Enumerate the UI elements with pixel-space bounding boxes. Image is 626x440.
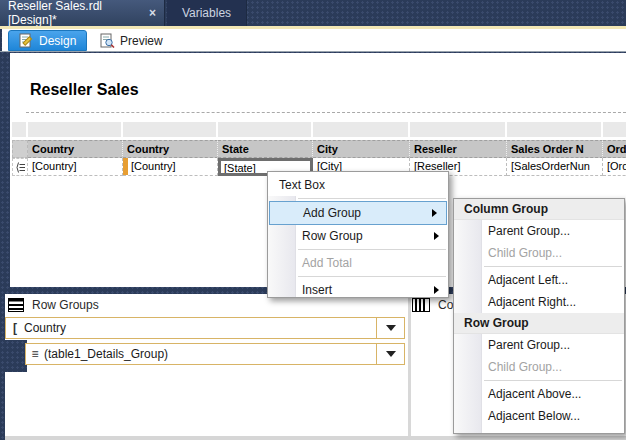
row-groups-icon — [8, 298, 24, 312]
menu-separator — [298, 249, 446, 250]
submenu-item-child-group-column: Child Group... — [454, 242, 624, 264]
submenu-header-row-group: Row Group — [454, 313, 624, 334]
header-cell[interactable]: Country — [28, 140, 123, 158]
column-handle[interactable] — [28, 122, 121, 137]
details-group-icon: ≡ — [26, 347, 44, 361]
row-handle-details[interactable] — [12, 158, 28, 176]
close-icon[interactable]: × — [149, 6, 156, 20]
menu-separator — [298, 276, 446, 277]
submenu-item-parent-group-row[interactable]: Parent Group... — [454, 334, 624, 356]
submenu-arrow-icon — [432, 209, 437, 217]
preview-tab-label: Preview — [120, 34, 163, 48]
row-groups-header: Row Groups — [8, 296, 99, 314]
title-textbox-boundary — [26, 112, 626, 113]
column-handle[interactable] — [507, 122, 601, 137]
submenu-item-adjacent-below[interactable]: Adjacent Below... — [454, 405, 624, 427]
menu-separator — [484, 266, 622, 267]
group-bracket-icon: [ — [6, 321, 24, 335]
menu-item-row-group[interactable]: Row Group — [268, 225, 448, 247]
menu-item-label: Add Group — [303, 206, 361, 220]
indent-background — [5, 340, 27, 372]
menu-separator — [298, 198, 446, 199]
header-cell[interactable]: State — [218, 140, 313, 158]
chevron-down-icon — [386, 325, 396, 331]
group-label: (table1_Details_Group) — [44, 347, 376, 361]
column-handle[interactable] — [603, 122, 626, 137]
grouping-pane-splitter[interactable] — [408, 294, 411, 436]
submenu-arrow-icon — [434, 286, 439, 294]
group-indicator-bar — [123, 158, 128, 175]
menu-separator — [484, 380, 622, 381]
tab-preview[interactable]: Preview — [90, 30, 173, 51]
detail-cell[interactable]: [Country] — [28, 158, 123, 176]
app-window: Reseller Sales.rdl [Design]* × Variables… — [0, 0, 626, 440]
menu-item-text-box: Text Box — [268, 174, 448, 196]
add-group-submenu: Column Group Parent Group... Child Group… — [453, 198, 625, 434]
header-cell[interactable]: Sales Order N — [507, 140, 603, 158]
document-tab-label: Reseller Sales.rdl [Design]* — [8, 0, 139, 27]
menu-item-add-group[interactable]: Add Group — [269, 201, 447, 225]
submenu-item-child-group-row: Child Group... — [454, 356, 624, 378]
menu-item-insert[interactable]: Insert — [268, 279, 448, 301]
row-groups-title: Row Groups — [32, 298, 99, 312]
report-title-textbox[interactable]: Reseller Sales — [30, 81, 139, 99]
column-handle[interactable] — [410, 122, 505, 137]
design-report-icon — [19, 33, 34, 48]
menu-item-label: Row Group — [302, 229, 363, 243]
bottom-edge — [5, 436, 626, 440]
submenu-item-adjacent-left[interactable]: Adjacent Left... — [454, 269, 624, 291]
preview-report-icon — [100, 33, 115, 48]
detail-cell-text: [Country] — [131, 160, 176, 172]
view-tab-strip: Design Preview — [2, 29, 626, 52]
submenu-header-column-group: Column Group — [454, 199, 624, 220]
detail-cell[interactable]: [Ord — [603, 158, 626, 176]
variables-tab-label: Variables — [182, 6, 231, 20]
header-cell[interactable]: Country — [123, 140, 218, 158]
detail-cell-grouped[interactable]: [Country] — [123, 158, 218, 176]
header-cell[interactable]: City — [313, 140, 410, 158]
header-cell[interactable]: Reseller — [410, 140, 507, 158]
menu-item-add-total: Add Total — [268, 252, 448, 274]
design-tab-label: Design — [39, 34, 76, 48]
header-cell[interactable]: Ord — [603, 140, 626, 158]
submenu-arrow-icon — [434, 232, 439, 240]
row-handle-header[interactable] — [12, 140, 28, 158]
tablix-corner-handle[interactable] — [12, 122, 26, 137]
tab-design[interactable]: Design — [8, 30, 87, 51]
menu-item-label: Insert — [302, 283, 332, 297]
row-group-item-details[interactable]: ≡ (table1_Details_Group) — [25, 343, 405, 365]
document-tab-variables[interactable]: Variables — [167, 0, 247, 26]
column-handle[interactable] — [313, 122, 408, 137]
table-header-row: Country Country State City Reseller Sale… — [12, 140, 626, 158]
group-label: Country — [24, 321, 376, 335]
column-handle[interactable] — [123, 122, 216, 137]
tablix: Country Country State City Reseller Sale… — [12, 122, 626, 176]
submenu-item-adjacent-above[interactable]: Adjacent Above... — [454, 383, 624, 405]
chevron-down-icon — [386, 351, 396, 357]
group-dropdown-button[interactable] — [376, 344, 404, 364]
submenu-item-parent-group-column[interactable]: Parent Group... — [454, 220, 624, 242]
row-group-item-country[interactable]: [ Country — [5, 317, 405, 339]
document-tab-active[interactable]: Reseller Sales.rdl [Design]* × — [0, 0, 165, 26]
details-row-icon — [14, 161, 27, 174]
submenu-item-adjacent-right[interactable]: Adjacent Right... — [454, 291, 624, 313]
column-handle[interactable] — [218, 122, 311, 137]
detail-cell[interactable]: [SalesOrderNun — [507, 158, 603, 176]
group-dropdown-button[interactable] — [376, 318, 404, 338]
column-handles-band — [12, 122, 626, 137]
context-menu: Text Box Add Group Row Group Add Total I… — [267, 171, 449, 298]
